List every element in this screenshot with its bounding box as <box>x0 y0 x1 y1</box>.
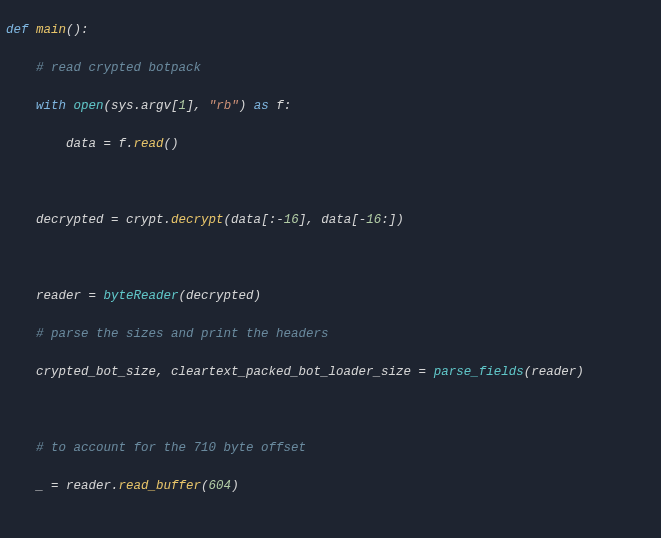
punct: ], <box>186 99 209 113</box>
number: 1 <box>179 99 187 113</box>
func-parse-fields: parse_fields <box>434 365 524 379</box>
var: cleartext_packed_bot_loader_size <box>171 365 419 379</box>
var-underscore: _ <box>36 479 51 493</box>
code-line: # read crypted botpack <box>6 59 655 78</box>
indent <box>6 365 36 379</box>
punct: :]) <box>381 213 404 227</box>
module: sys <box>111 99 134 113</box>
blank-line <box>6 173 655 192</box>
comma: , <box>156 365 171 379</box>
blank-line <box>6 401 655 420</box>
attr: argv <box>141 99 171 113</box>
op: = <box>89 289 104 303</box>
punct: ) <box>239 99 254 113</box>
string: "rb" <box>209 99 239 113</box>
dot: . <box>164 213 172 227</box>
number: 16 <box>366 213 381 227</box>
var: data <box>321 213 351 227</box>
method-read: read <box>134 137 164 151</box>
method-decrypt: decrypt <box>171 213 224 227</box>
comment: # read crypted botpack <box>6 61 201 75</box>
parens: (decrypted) <box>179 289 262 303</box>
punct: ], <box>299 213 322 227</box>
op: = <box>51 479 66 493</box>
op: = <box>111 213 126 227</box>
var: reader <box>36 289 89 303</box>
code-line: reader = byteReader(decrypted) <box>6 287 655 306</box>
parens: () <box>164 137 179 151</box>
indent <box>6 213 36 227</box>
dot: . <box>134 99 142 113</box>
dot: . <box>126 137 134 151</box>
code-line: with open(sys.argv[1], "rb") as f: <box>6 97 655 116</box>
paren: ) <box>231 479 239 493</box>
var: data <box>66 137 104 151</box>
method-read-buffer: read_buffer <box>119 479 202 493</box>
colon: : <box>284 99 292 113</box>
slice: [- <box>351 213 366 227</box>
indent <box>6 137 66 151</box>
keyword-def: def <box>6 23 36 37</box>
var: decrypted <box>36 213 111 227</box>
paren: ( <box>201 479 209 493</box>
builtin-open: open <box>74 99 104 113</box>
code-line: def main(): <box>6 21 655 40</box>
indent <box>6 289 36 303</box>
code-line: # to account for the 710 byte offset <box>6 439 655 458</box>
code-line: crypted_bot_size, cleartext_packed_bot_l… <box>6 363 655 382</box>
code-line: _ = reader.read_buffer(604) <box>6 477 655 496</box>
class-bytereader: byteReader <box>104 289 179 303</box>
code-block: def main(): # read crypted botpack with … <box>0 0 661 538</box>
op: = <box>419 365 434 379</box>
module: crypt <box>126 213 164 227</box>
code-line: # parse the sizes and print the headers <box>6 325 655 344</box>
comment: # to account for the 710 byte offset <box>6 441 306 455</box>
number: 604 <box>209 479 232 493</box>
parens: (reader) <box>524 365 584 379</box>
code-line: data = f.read() <box>6 135 655 154</box>
indent <box>6 479 36 493</box>
punct: ( <box>104 99 112 113</box>
punct: (): <box>66 23 89 37</box>
var: crypted_bot_size <box>36 365 156 379</box>
var: reader <box>66 479 111 493</box>
op: = <box>104 137 119 151</box>
code-line: decrypted = crypt.decrypt(data[:-16], da… <box>6 211 655 230</box>
function-name: main <box>36 23 66 37</box>
var: f <box>119 137 127 151</box>
blank-line <box>6 515 655 534</box>
keyword-as: as <box>254 99 277 113</box>
var: f <box>276 99 284 113</box>
slice: [:- <box>261 213 284 227</box>
bracket: [ <box>171 99 179 113</box>
var: data <box>231 213 261 227</box>
comment: # parse the sizes and print the headers <box>6 327 329 341</box>
dot: . <box>111 479 119 493</box>
punct: ( <box>224 213 232 227</box>
number: 16 <box>284 213 299 227</box>
blank-line <box>6 249 655 268</box>
keyword-with: with <box>6 99 74 113</box>
